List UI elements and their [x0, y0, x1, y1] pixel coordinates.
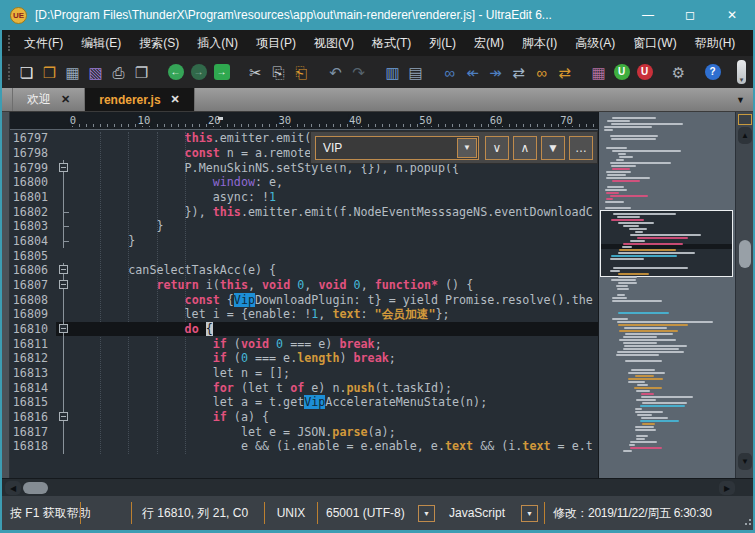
find-prev-button[interactable]: ∧: [513, 136, 537, 160]
print-preview-icon[interactable]: ❐: [130, 61, 153, 84]
code-line[interactable]: 16817 let e = JSON.parse(a);: [10, 424, 598, 439]
find-history-dropdown-icon[interactable]: ▼: [457, 138, 477, 158]
toolbar-overflow-handle[interactable]: ▾: [737, 60, 746, 84]
code-text[interactable]: }), this.emitter.emit(f.NodeEventMesssag…: [72, 204, 598, 219]
scrollbar-map-mode-button[interactable]: [738, 114, 752, 125]
syntax-dropdown-button[interactable]: ▼: [521, 505, 538, 522]
redo-icon[interactable]: ↷: [347, 61, 370, 84]
menu-item[interactable]: 搜索(S): [130, 30, 188, 56]
menu-item[interactable]: 视图(V): [305, 30, 363, 56]
filter-button[interactable]: ▼: [541, 136, 565, 160]
code-text[interactable]: let i = {enable: !1, text: "会员加速"};: [72, 307, 598, 322]
code-text[interactable]: canSelectTaskAcc(e) {: [72, 263, 598, 278]
code-text[interactable]: }: [72, 234, 598, 249]
code-text[interactable]: do {: [72, 322, 598, 337]
help-icon[interactable]: ?: [701, 61, 724, 84]
goto-line-icon[interactable]: →: [210, 61, 233, 84]
column-mode-icon[interactable]: ▥: [381, 61, 404, 84]
tab-list-dropdown-icon[interactable]: ▼: [736, 88, 745, 111]
paste-icon[interactable]: ⎗: [290, 61, 313, 84]
code-line[interactable]: 16814 for (let t of e) n.push(t.taskId);: [10, 380, 598, 395]
code-line[interactable]: 16800 window: e,: [10, 175, 598, 190]
code-text[interactable]: let a = t.getVipAccelerateMenuState(n);: [72, 395, 598, 410]
code-text[interactable]: return i(this, void 0, void 0, function*…: [72, 278, 598, 293]
fold-collapse-icon[interactable]: [59, 412, 68, 421]
fold-toggle[interactable]: [56, 263, 72, 278]
menu-item[interactable]: 格式(T): [363, 30, 420, 56]
close-button[interactable]: ✕: [711, 0, 753, 30]
menu-item[interactable]: 插入(N): [188, 30, 247, 56]
find-in-files-icon[interactable]: ∞: [530, 61, 553, 84]
print-icon[interactable]: ⎙: [107, 61, 130, 84]
scroll-left-icon[interactable]: ◀: [5, 481, 21, 495]
code-line[interactable]: 16815 let a = t.getVipAccelerateMenuStat…: [10, 395, 598, 410]
tab-close-icon[interactable]: ✕: [171, 93, 180, 106]
ultracompare-icon[interactable]: U: [633, 61, 656, 84]
code-line[interactable]: 16801 async: !1: [10, 190, 598, 205]
maximize-button[interactable]: ◻: [669, 0, 711, 30]
horizontal-scroll-thumb[interactable]: [23, 482, 48, 494]
menu-item[interactable]: 窗口(W): [624, 30, 685, 56]
code-line[interactable]: 16807 return i(this, void 0, void 0, fun…: [10, 278, 598, 293]
fold-collapse-icon[interactable]: [59, 280, 68, 289]
code-text[interactable]: let e = JSON.parse(a);: [72, 424, 598, 439]
code-line[interactable]: 16804 }: [10, 234, 598, 249]
tab-欢迎[interactable]: 欢迎✕: [12, 88, 85, 111]
code-line[interactable]: 16813 let n = [];: [10, 366, 598, 381]
copy-icon[interactable]: ⎘: [267, 61, 290, 84]
fold-toggle[interactable]: [56, 278, 72, 293]
code-line[interactable]: 16805: [10, 248, 598, 263]
fold-toggle[interactable]: [56, 322, 72, 337]
menu-item[interactable]: 项目(P): [247, 30, 305, 56]
code-line[interactable]: 16812 if (0 === e.length) break;: [10, 351, 598, 366]
vertical-scrollbar[interactable]: ▲ ▼: [735, 112, 753, 478]
code-line[interactable]: 16818 e && (i.enable = e.enable, e.text …: [10, 439, 598, 454]
code-line[interactable]: 16811 if (void 0 === e) break;: [10, 336, 598, 351]
save-as-icon[interactable]: ▧: [84, 61, 107, 84]
find-input[interactable]: VIP ▼: [315, 136, 479, 160]
code-text[interactable]: if (a) {: [72, 410, 598, 425]
vertical-scroll-thumb[interactable]: [739, 240, 751, 268]
encoding-dropdown-button[interactable]: ▼: [418, 505, 435, 522]
more-options-button[interactable]: …: [569, 136, 593, 160]
code-text[interactable]: for (let t of e) n.push(t.taskId);: [72, 380, 598, 395]
menu-item[interactable]: 列(L): [420, 30, 465, 56]
menu-item[interactable]: 帮助(H): [686, 30, 745, 56]
find-input-value[interactable]: VIP: [316, 141, 457, 155]
open-file-icon[interactable]: ❒: [38, 61, 61, 84]
minimize-button[interactable]: —: [627, 0, 669, 30]
scroll-down-icon[interactable]: ▼: [738, 453, 752, 470]
code-text[interactable]: const {VipDownloadPlugin: t} = yield Pro…: [72, 292, 598, 307]
menu-item[interactable]: 高级(A): [566, 30, 624, 56]
code-line[interactable]: 16802 }), this.emitter.emit(f.NodeEventM…: [10, 204, 598, 219]
fold-collapse-icon[interactable]: [59, 163, 68, 172]
code-text[interactable]: }: [72, 219, 598, 234]
menu-item[interactable]: 编辑(E): [72, 30, 130, 56]
bookmark-margin[interactable]: [2, 112, 10, 478]
find-icon[interactable]: ∞: [438, 61, 461, 84]
html-preview-icon[interactable]: ▦: [587, 61, 610, 84]
code-text[interactable]: let n = [];: [72, 366, 598, 381]
fold-toggle[interactable]: [56, 410, 72, 425]
undo-icon[interactable]: ↶: [324, 61, 347, 84]
code-text[interactable]: window: e,: [72, 175, 598, 190]
resize-grip[interactable]: [741, 496, 753, 530]
menu-item[interactable]: 脚本(I): [513, 30, 566, 56]
fold-collapse-icon[interactable]: [59, 324, 68, 333]
scroll-right-icon[interactable]: ▶: [719, 481, 735, 495]
menu-item[interactable]: 文件(F): [15, 30, 72, 56]
code-text[interactable]: if (0 === e.length) break;: [72, 351, 598, 366]
nav-forward-icon[interactable]: →: [187, 61, 210, 84]
tab-close-icon[interactable]: ✕: [61, 93, 70, 106]
find-prev-icon[interactable]: ↞: [461, 61, 484, 84]
replace-in-files-icon[interactable]: ⇄: [553, 61, 576, 84]
code-text[interactable]: if (void 0 === e) break;: [72, 336, 598, 351]
settings-gear-icon[interactable]: ⚙: [667, 61, 690, 84]
code-line[interactable]: 16809 let i = {enable: !1, text: "会员加速"}…: [10, 307, 598, 322]
hex-mode-icon[interactable]: ▤: [404, 61, 427, 84]
menu-item[interactable]: 宏(M): [465, 30, 513, 56]
code-line[interactable]: 16816 if (a) {: [10, 410, 598, 425]
uestudio-icon[interactable]: U: [610, 61, 633, 84]
tab-renderer.js[interactable]: renderer.js✕: [85, 88, 195, 111]
nav-back-icon[interactable]: ←: [164, 61, 187, 84]
